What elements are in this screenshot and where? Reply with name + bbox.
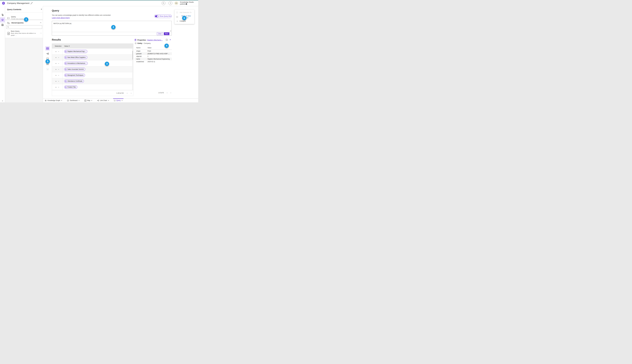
- map-icon: [84, 100, 86, 102]
- callout-badge-3: 3: [105, 62, 109, 66]
- save-icon[interactable]: [0, 22, 5, 28]
- stored-query-basic[interactable]: Basic Query Basic query that returns all…: [5, 30, 43, 37]
- entity-chip[interactable]: Innovations in Mechanical...: [64, 62, 88, 65]
- layers-icon[interactable]: [0, 17, 5, 22]
- close-tab-icon[interactable]: ✕: [78, 100, 80, 101]
- search-icon[interactable]: [162, 1, 166, 5]
- property-row: established2020-02-11: [134, 60, 172, 63]
- folder-icon: [7, 22, 10, 24]
- property-name: shape: [134, 50, 148, 52]
- tab-query[interactable]: { } Query ✕: [114, 98, 123, 102]
- close-tab-icon[interactable]: ✕: [61, 100, 62, 101]
- tab-label: Query: [116, 100, 120, 101]
- properties-entity-link[interactable]: Staplers Mechanic...: [147, 39, 162, 41]
- column-header-name: Name: [134, 47, 148, 50]
- data-model-icon[interactable]: [0, 12, 5, 18]
- run-button[interactable]: Run: [164, 32, 170, 35]
- table-scrollbar[interactable]: [132, 48, 133, 90]
- search-input[interactable]: [6, 25, 42, 29]
- remove-from-selection-button[interactable]: −: [58, 74, 59, 76]
- search-icon: [7, 26, 9, 28]
- add-to-selection-button[interactable]: +: [55, 50, 56, 52]
- property-name: globalid: [134, 53, 148, 54]
- tab-dashboard[interactable]: Dashboard ✕: [66, 98, 80, 102]
- entity-chip-label: Attendance Certificate: [67, 80, 82, 82]
- stored-query-title: Basic Query: [11, 30, 20, 32]
- select-view-icon[interactable]: [46, 67, 50, 71]
- stored-queries-label: Stored Queries: [12, 22, 24, 24]
- table-view-icon[interactable]: [46, 46, 50, 50]
- add-to-selection-button[interactable]: +: [55, 80, 56, 82]
- add-to-selection-button[interactable]: +: [55, 68, 56, 70]
- add-to-selection-button[interactable]: +: [55, 56, 56, 58]
- app-logo-icon[interactable]: [2, 2, 5, 5]
- double-chevron-glyph: »: [2, 100, 3, 102]
- remove-from-selection-button[interactable]: −: [58, 50, 59, 52]
- entity-chip-label: Sales Associate Summit: [67, 68, 84, 70]
- close-tab-icon[interactable]: ✕: [122, 100, 122, 101]
- table-row: +− Sales Associate Summit: [52, 66, 133, 72]
- property-value: 2020-02-11: [148, 61, 170, 62]
- expand-rail-icon[interactable]: »: [0, 99, 5, 102]
- remove-from-selection-button[interactable]: −: [58, 80, 59, 82]
- help-glyph: ?: [170, 2, 171, 4]
- close-tab-icon[interactable]: ✕: [91, 100, 92, 101]
- tab-link-chart[interactable]: Link Chart ✕: [96, 98, 110, 102]
- item-options-icon[interactable]: ···: [39, 32, 43, 34]
- close-tab-icon[interactable]: ✕: [108, 100, 109, 101]
- close-properties-icon[interactable]: ✕: [170, 39, 171, 41]
- add-to-selection-button[interactable]: +: [55, 74, 56, 76]
- property-row: objectid1: [134, 55, 172, 58]
- entity-chip[interactable]: New Metal Office Suppliers: [64, 56, 87, 59]
- next-page-icon[interactable]: ›: [170, 92, 171, 94]
- add-to-selection-button[interactable]: +: [55, 62, 56, 64]
- callout-badge-6: 6: [182, 16, 186, 20]
- entity-chip[interactable]: Staplers Mechanical Engi...: [64, 50, 87, 53]
- chevron-up-icon[interactable]: [40, 22, 42, 23]
- query-textarea[interactable]: MATCH (e) RETURN (e): [54, 22, 72, 24]
- stored-queries-header[interactable]: Stored Queries: [5, 20, 43, 26]
- remove-from-selection-button[interactable]: −: [58, 56, 59, 58]
- help-icon[interactable]: ?: [168, 1, 172, 5]
- link-chart-view-icon[interactable]: [46, 52, 50, 56]
- page-title: Company Management: [7, 2, 30, 4]
- remove-from-selection-button[interactable]: −: [58, 62, 59, 64]
- learn-more-link[interactable]: Learn more about Query: [52, 17, 70, 19]
- column-header-value: Value: [148, 47, 152, 50]
- avatar[interactable]: KS: [174, 1, 178, 5]
- add-selection-icon[interactable]: [166, 39, 168, 41]
- next-page-icon[interactable]: ›: [131, 92, 132, 94]
- entity-chip[interactable]: Firebird Title: [64, 86, 77, 89]
- table-row: +− Managment Techniques: [52, 72, 133, 78]
- edit-title-icon[interactable]: [30, 2, 32, 4]
- previous-page-icon[interactable]: ‹: [167, 92, 167, 94]
- close-panel-icon[interactable]: ✕: [40, 8, 43, 10]
- scrollbar-thumb[interactable]: [132, 51, 133, 60]
- entity-dot-icon: [65, 56, 66, 58]
- dashboard-icon: [67, 100, 69, 102]
- remove-from-selection-button[interactable]: −: [58, 86, 59, 88]
- entity-chip[interactable]: Sales Associate Summit: [64, 68, 85, 71]
- tab-map[interactable]: Map ✕: [84, 98, 93, 102]
- braces-icon: { }: [176, 16, 178, 18]
- add-selection-icon: [176, 12, 178, 14]
- clear-button[interactable]: Clear: [157, 32, 163, 35]
- add-to-selection-button[interactable]: +: [55, 86, 56, 88]
- remove-from-selection-button[interactable]: −: [58, 68, 59, 70]
- row-selection-controls: +−: [52, 84, 63, 90]
- entity-chip[interactable]: Attendance Certificate: [64, 80, 84, 83]
- product-name: Knowledge Studio: [180, 1, 194, 3]
- show-query-box-toggle[interactable]: Show Query Box: [154, 14, 172, 18]
- menu-item-add-selection-to[interactable]: Add Selection To: [174, 10, 194, 15]
- resize-handle-icon[interactable]: [170, 30, 171, 32]
- entity-dot-icon: [65, 86, 66, 88]
- previous-page-icon[interactable]: ‹: [127, 92, 128, 94]
- property-name: established: [134, 61, 148, 62]
- view-tabbar: Knowledge Graph ✕ Dashboard ✕ Map ✕ Link…: [43, 98, 198, 102]
- tab-knowledge-graph[interactable]: Knowledge Graph ✕: [44, 98, 63, 102]
- braces-icon: { }: [114, 100, 116, 101]
- table-row: +− Firebird Title: [52, 84, 133, 90]
- callout-badge-1: 1: [24, 17, 28, 22]
- entity-chip[interactable]: Managment Techniques: [64, 74, 85, 77]
- property-value: Staplers Mechanical Engineering: [148, 58, 170, 60]
